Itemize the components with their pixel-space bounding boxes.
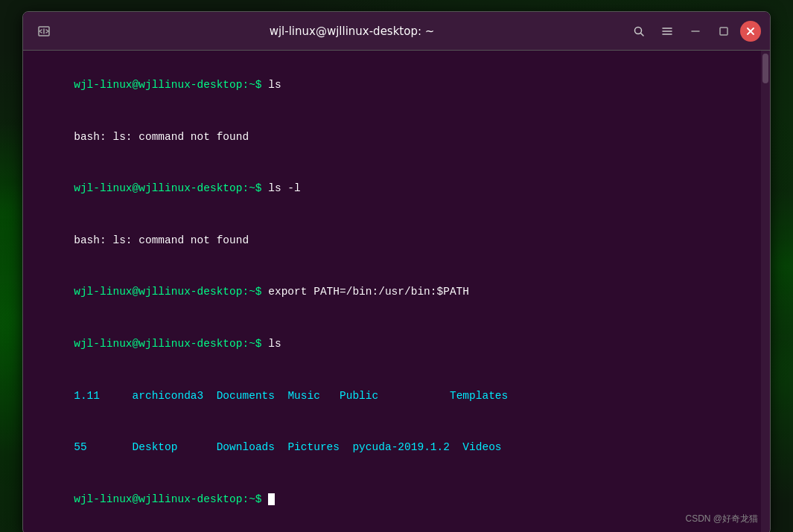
terminal-line-5: wjl-linux@wjllinux-desktop:~$ export PAT… bbox=[35, 266, 758, 318]
terminal-line-8: 55 Desktop Downloads Pictures pycuda-201… bbox=[35, 422, 758, 474]
watermark: CSDN @好奇龙猫 bbox=[685, 513, 758, 525]
ls-item-6: Templates bbox=[450, 390, 508, 402]
ls-item-4: Music bbox=[287, 390, 340, 402]
cmd-1: ls bbox=[268, 79, 281, 91]
prompt-4: wjl-linux@wjllinux-desktop:~$ bbox=[74, 338, 268, 350]
terminal-line-7: 1.11 archiconda3 Documents Music Public … bbox=[35, 370, 758, 422]
terminal-line-9: wjl-linux@wjllinux-desktop:~$ bbox=[35, 474, 758, 526]
ls-item-1: 1.11 bbox=[74, 390, 132, 402]
scrollbar[interactable] bbox=[761, 51, 770, 532]
terminal-line-1: wjl-linux@wjllinux-desktop:~$ ls bbox=[35, 60, 758, 112]
title-bar: wjl-linux@wjllinux-desktop: ~ bbox=[23, 12, 770, 51]
error-1: bash: ls: command not found bbox=[74, 131, 249, 143]
ls-item-8: Desktop bbox=[133, 441, 217, 453]
title-bar-controls bbox=[627, 19, 761, 43]
search-button[interactable] bbox=[627, 19, 651, 43]
cmd-4: ls bbox=[268, 338, 281, 350]
svg-line-3 bbox=[641, 33, 644, 36]
svg-rect-8 bbox=[720, 28, 727, 35]
terminal-window: wjl-linux@wjllinux-desktop: ~ bbox=[22, 11, 771, 532]
ls-item-7: 55 bbox=[74, 441, 132, 453]
ls-item-3: Documents bbox=[217, 390, 288, 402]
prompt-1: wjl-linux@wjllinux-desktop:~$ bbox=[74, 79, 268, 91]
ls-item-11: pycuda-2019.1.2 bbox=[340, 441, 462, 453]
window-title: wjl-linux@wjllinux-desktop: ~ bbox=[77, 25, 627, 38]
ls-item-9: Downloads bbox=[217, 441, 288, 453]
cursor bbox=[268, 493, 275, 505]
ls-item-12: Videos bbox=[462, 441, 501, 453]
cmd-3: export PATH=/bin:/usr/bin:$PATH bbox=[268, 286, 469, 298]
ls-item-2: archiconda3 bbox=[133, 390, 217, 402]
ls-item-5: Public bbox=[340, 390, 450, 402]
prompt-2: wjl-linux@wjllinux-desktop:~$ bbox=[74, 182, 268, 194]
terminal-line-4: bash: ls: command not found bbox=[35, 215, 758, 267]
menu-button[interactable] bbox=[655, 19, 679, 43]
title-bar-left bbox=[32, 19, 77, 43]
prompt-3: wjl-linux@wjllinux-desktop:~$ bbox=[74, 286, 268, 298]
close-button[interactable] bbox=[740, 21, 761, 42]
maximize-button[interactable] bbox=[712, 19, 736, 43]
ls-item-10: Pictures bbox=[287, 441, 340, 453]
error-2: bash: ls: command not found bbox=[74, 234, 249, 246]
minimize-button[interactable] bbox=[684, 19, 707, 43]
terminal-line-2: bash: ls: command not found bbox=[35, 112, 758, 164]
scrollbar-thumb bbox=[762, 54, 768, 83]
cmd-2: ls -l bbox=[268, 182, 301, 194]
terminal-line-3: wjl-linux@wjllinux-desktop:~$ ls -l bbox=[35, 163, 758, 215]
prompt-5: wjl-linux@wjllinux-desktop:~$ bbox=[74, 493, 268, 505]
terminal-body[interactable]: wjl-linux@wjllinux-desktop:~$ ls bash: l… bbox=[23, 51, 770, 532]
embed-icon[interactable] bbox=[32, 19, 56, 43]
terminal-line-6: wjl-linux@wjllinux-desktop:~$ ls bbox=[35, 318, 758, 371]
